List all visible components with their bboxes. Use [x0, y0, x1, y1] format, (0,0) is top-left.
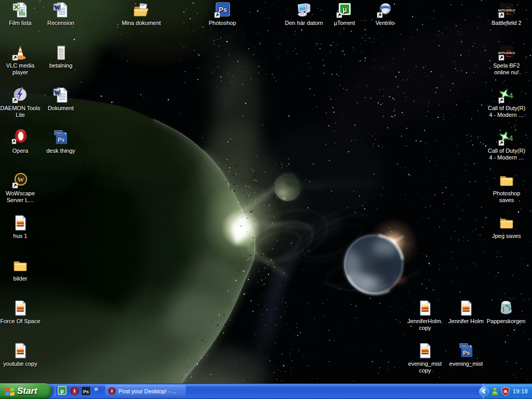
svg-text:µ: µ: [60, 388, 63, 394]
svg-text:BATTLEFIELD: BATTLEFIELD: [498, 9, 515, 12]
svg-text:W: W: [18, 176, 24, 183]
svg-text:4: 4: [509, 134, 513, 142]
svg-text:Ps: Ps: [58, 137, 64, 143]
svg-text:Ps: Ps: [219, 6, 227, 14]
svg-text:W: W: [54, 89, 60, 96]
svg-text:µ: µ: [342, 5, 347, 14]
svg-text:W: W: [54, 4, 60, 11]
svg-text:4: 4: [509, 91, 513, 100]
svg-text:BATTLEFIELD: BATTLEFIELD: [498, 52, 515, 55]
svg-text:Ps: Ps: [463, 350, 470, 356]
svg-text:Ps: Ps: [83, 389, 89, 394]
